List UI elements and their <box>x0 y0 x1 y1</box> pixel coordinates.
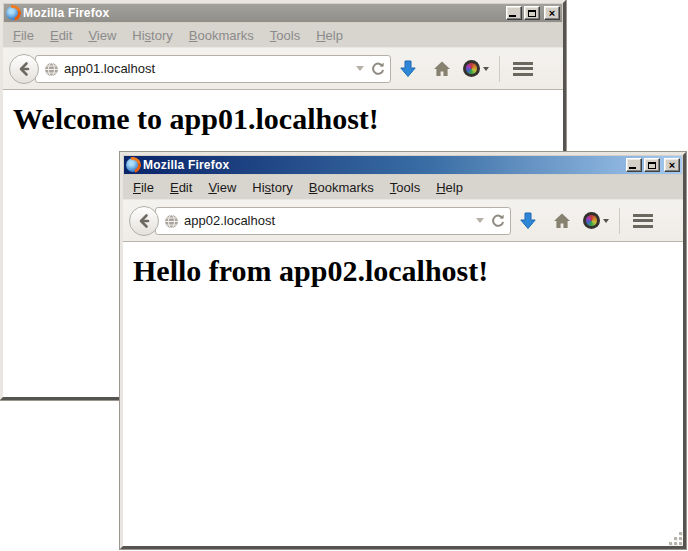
addon-colorwheel-icon <box>463 60 480 77</box>
downloads-button[interactable] <box>511 205 545 237</box>
toolbar-separator <box>619 208 620 234</box>
firefox-logo-icon <box>6 6 20 20</box>
close-icon: × <box>669 159 675 171</box>
maximize-button[interactable] <box>524 6 540 20</box>
titlebar-app02[interactable]: Mozilla Firefox × <box>124 156 682 174</box>
close-icon: × <box>549 7 555 19</box>
downloads-button[interactable] <box>391 53 425 85</box>
resize-grip[interactable] <box>669 532 682 545</box>
page-content-app02: Hello from app02.localhost! <box>123 242 683 546</box>
menu-view[interactable]: View <box>81 25 123 46</box>
urlbar-dropdown-icon[interactable] <box>476 218 484 223</box>
firefox-window-app02: Mozilla Firefox × FileEditViewHistoryBoo… <box>120 152 686 549</box>
menu-tools[interactable]: Tools <box>263 25 307 46</box>
page-heading: Welcome to app01.localhost! <box>13 102 563 136</box>
download-icon <box>398 59 418 79</box>
back-button[interactable] <box>129 206 159 236</box>
home-button[interactable] <box>425 53 459 85</box>
download-icon <box>518 211 538 231</box>
menu-bookmarks[interactable]: Bookmarks <box>182 25 261 46</box>
home-button[interactable] <box>545 205 579 237</box>
menu-view[interactable]: View <box>201 177 243 198</box>
minimize-button[interactable] <box>626 158 642 172</box>
desktop: Mozilla Firefox × FileEditViewHistoryBoo… <box>0 0 688 551</box>
menu-button[interactable] <box>626 205 660 237</box>
menu-file[interactable]: File <box>126 177 161 198</box>
page-heading: Hello from app02.localhost! <box>133 254 683 288</box>
menu-edit[interactable]: Edit <box>43 25 79 46</box>
toolbar-separator <box>499 56 500 82</box>
urlbar-app01[interactable] <box>35 55 391 83</box>
menu-help[interactable]: Help <box>309 25 350 46</box>
titlebar-app01[interactable]: Mozilla Firefox × <box>4 4 562 22</box>
menu-help[interactable]: Help <box>429 177 470 198</box>
nav-toolbar-app01 <box>3 47 563 90</box>
nav-toolbar-app02 <box>123 199 683 242</box>
back-icon <box>136 213 152 229</box>
home-icon <box>552 211 572 231</box>
close-button[interactable]: × <box>544 6 560 20</box>
site-globe-icon <box>164 214 179 229</box>
reload-button[interactable] <box>370 61 386 77</box>
menubar-app02: FileEditViewHistoryBookmarksToolsHelp <box>123 175 683 199</box>
addon-button[interactable] <box>579 205 613 237</box>
back-icon <box>16 61 32 77</box>
firefox-logo-icon <box>126 158 140 172</box>
menu-file[interactable]: File <box>6 25 41 46</box>
url-input[interactable] <box>184 213 470 228</box>
minimize-button[interactable] <box>506 6 522 20</box>
urlbar-app02[interactable] <box>155 207 511 235</box>
reload-button[interactable] <box>490 213 506 229</box>
addon-colorwheel-icon <box>583 212 600 229</box>
maximize-icon <box>528 10 536 17</box>
close-button[interactable]: × <box>664 158 680 172</box>
minimize-icon <box>629 167 636 169</box>
minimize-icon <box>509 15 516 17</box>
menu-bookmarks[interactable]: Bookmarks <box>302 177 381 198</box>
home-icon <box>432 59 452 79</box>
url-input[interactable] <box>64 61 350 76</box>
window-title: Mozilla Firefox <box>23 6 503 20</box>
menu-history[interactable]: History <box>125 25 179 46</box>
menu-button[interactable] <box>506 53 540 85</box>
maximize-button[interactable] <box>644 158 660 172</box>
menu-hamburger-icon <box>633 214 653 228</box>
maximize-icon <box>648 162 656 169</box>
menu-edit[interactable]: Edit <box>163 177 199 198</box>
menubar-app01: FileEditViewHistoryBookmarksToolsHelp <box>3 23 563 47</box>
menu-history[interactable]: History <box>245 177 299 198</box>
addon-button[interactable] <box>459 53 493 85</box>
addon-dropdown-icon <box>483 67 489 71</box>
site-globe-icon <box>44 62 59 77</box>
back-button[interactable] <box>9 54 39 84</box>
urlbar-dropdown-icon[interactable] <box>356 66 364 71</box>
menu-tools[interactable]: Tools <box>383 177 427 198</box>
menu-hamburger-icon <box>513 62 533 76</box>
addon-dropdown-icon <box>603 219 609 223</box>
window-title: Mozilla Firefox <box>143 158 623 172</box>
